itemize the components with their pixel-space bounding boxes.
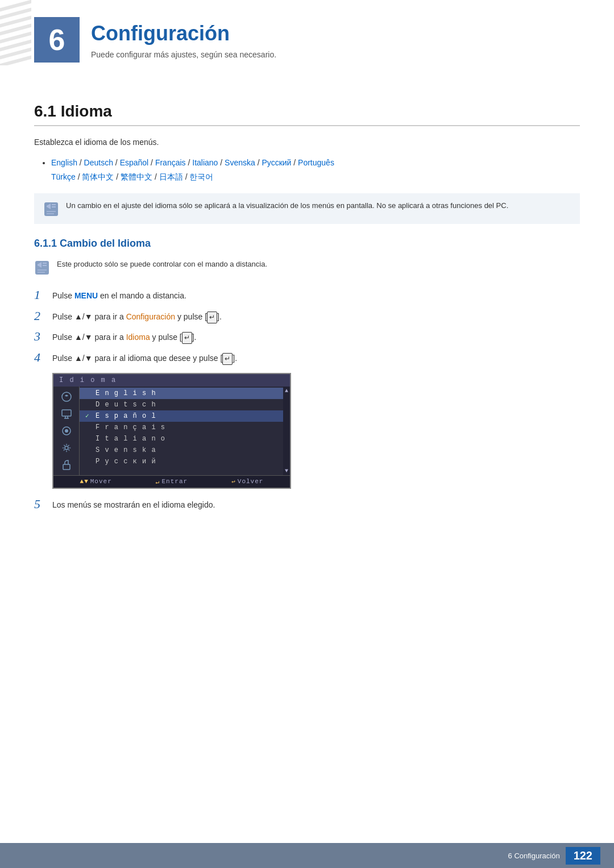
osd-footer-back: ↩ Volver	[231, 478, 263, 485]
osd-item-espanol: ✓ E s p a ñ o l	[80, 410, 283, 422]
svg-point-25	[65, 446, 68, 450]
scroll-up-arrow: ▲	[285, 388, 288, 394]
section-intro: Establezca el idioma de los menús.	[34, 138, 580, 147]
osd-check-svenska	[85, 447, 92, 454]
osd-item-russian: Р у с с к и й	[80, 456, 283, 467]
chapter-number: 6	[34, 17, 80, 63]
step-3: 3 Pulse ▲/▼ para ir a Idioma y pulse [↵]…	[34, 329, 580, 344]
osd-language-list: E n g l i s h D e u t s c h ✓ E s p a ñ …	[80, 387, 283, 475]
osd-icon-column	[53, 387, 80, 475]
osd-check-espanol: ✓	[85, 412, 92, 420]
lang-english: English	[51, 158, 77, 167]
osd-label-english: E n g l i s h	[96, 389, 156, 397]
move-symbol: ▲▼	[80, 478, 89, 485]
step-number-3: 3	[34, 329, 45, 344]
osd-menu-body: E n g l i s h D e u t s c h ✓ E s p a ñ …	[53, 387, 290, 475]
back-symbol: ↩	[231, 478, 236, 485]
lang-turkce: Türkçe	[51, 172, 76, 181]
osd-label-svenska: S v e n s k a	[96, 446, 156, 454]
osd-footer: ▲▼ Mover ↵ Entrar ↩ Volver	[53, 475, 290, 488]
move-label: Mover	[90, 478, 112, 485]
note-text-1: Un cambio en el ajuste del idioma sólo s…	[66, 200, 508, 212]
lang-korean: 한국어	[189, 172, 213, 181]
osd-icon-4	[57, 440, 76, 456]
step-number-5: 5	[34, 497, 45, 512]
lang-portugues: Português	[298, 158, 334, 167]
lang-traditional-chinese: 繁體中文	[121, 172, 152, 181]
enter-symbol-2: ↵	[182, 332, 192, 344]
scroll-down-arrow: ▼	[285, 468, 288, 474]
lang-russian: Русский	[262, 158, 291, 167]
page-footer: 6 Configuración 122	[0, 843, 614, 868]
osd-check-francais	[85, 424, 92, 431]
chapter-subtitle: Puede configurar más ajustes, según sea …	[91, 50, 276, 59]
osd-label-russian: Р у с с к и й	[96, 458, 156, 466]
footer-chapter-text: 6 Configuración	[508, 852, 560, 860]
language-list: English / Deutsch / Español / Français /…	[51, 156, 580, 184]
osd-item-italiano: I t a l i a n o	[80, 433, 283, 445]
main-content: 6.1 Idioma Establezca el idioma de los m…	[0, 74, 614, 563]
lang-simplified-chinese: 简体中文	[82, 172, 114, 181]
lang-svenska: Svenska	[225, 158, 255, 167]
menu-keyword: MENU	[74, 291, 98, 300]
osd-footer-move: ▲▼ Mover	[80, 478, 112, 485]
lang-francais: Français	[155, 158, 186, 167]
osd-item-deutsch: D e u t s c h	[80, 399, 283, 410]
enter-label: Entrar	[161, 478, 188, 485]
note-icon-2	[34, 260, 50, 277]
step-5: 5 Los menús se mostrarán en el idioma el…	[34, 497, 580, 512]
subsection-6-1-1-heading: 6.1.1 Cambio del Idioma	[34, 238, 580, 250]
chapter-title-area: Configuración Puede configurar más ajust…	[91, 17, 276, 59]
chapter-header: 6 Configuración Puede configurar más aju…	[0, 0, 614, 74]
osd-icon-5	[57, 457, 76, 473]
osd-icon-3	[57, 423, 76, 439]
step-4: 4 Pulse ▲/▼ para ir al idioma que desee …	[34, 350, 580, 365]
note-text-2: Este producto sólo se puede controlar co…	[57, 259, 267, 271]
step-number-2: 2	[34, 309, 45, 323]
step-1: 1 Pulse MENU en el mando a distancia.	[34, 288, 580, 302]
step-number-1: 1	[34, 288, 45, 302]
osd-label-espanol: E s p a ñ o l	[96, 412, 156, 420]
lang-japanese: 日本語	[159, 172, 183, 181]
configuracion-keyword: Configuración	[126, 312, 175, 321]
svg-point-24	[65, 429, 68, 433]
note-icon-1	[43, 201, 59, 217]
section-6-1-heading: 6.1 Idioma	[34, 102, 580, 126]
step-text-1: Pulse MENU en el mando a distancia.	[52, 288, 186, 302]
osd-item-english: E n g l i s h	[80, 388, 283, 399]
osd-menu: I d i o m a	[52, 373, 291, 489]
osd-check-deutsch	[85, 401, 92, 408]
osd-item-svenska: S v e n s k a	[80, 445, 283, 456]
step-2: 2 Pulse ▲/▼ para ir a Configuración y pu…	[34, 309, 580, 323]
osd-label-deutsch: D e u t s c h	[96, 401, 156, 409]
step-number-4: 4	[34, 350, 45, 365]
osd-check-italiano	[85, 435, 92, 442]
idioma-keyword: Idioma	[126, 333, 150, 342]
osd-check-russian	[85, 458, 92, 465]
osd-menu-header: I d i o m a	[53, 374, 290, 387]
back-label: Volver	[238, 478, 264, 485]
osd-icon-1	[57, 389, 76, 405]
svg-rect-19	[62, 410, 71, 416]
list-item: English / Deutsch / Español / Français /…	[51, 156, 580, 184]
note-box-2: Este producto sólo se puede controlar co…	[34, 259, 580, 277]
osd-scrollbar: ▲ ▼	[283, 387, 290, 475]
footer-page-number: 122	[566, 847, 600, 865]
enter-symbol-3: ↵	[222, 353, 233, 365]
lang-espanol: Español	[120, 158, 149, 167]
note-box-1: Un cambio en el ajuste del idioma sólo s…	[34, 193, 580, 224]
step-text-3: Pulse ▲/▼ para ir a Idioma y pulse [↵].	[52, 329, 197, 344]
osd-label-italiano: I t a l i a n o	[96, 435, 165, 443]
lang-italiano: Italiano	[192, 158, 218, 167]
lang-deutsch: Deutsch	[84, 158, 113, 167]
step-text-5: Los menús se mostrarán en el idioma eleg…	[52, 497, 215, 511]
step-text-4: Pulse ▲/▼ para ir al idioma que desee y …	[52, 350, 237, 365]
chapter-title: Configuración	[91, 22, 276, 45]
osd-label-francais: F r a n ç a i s	[96, 423, 165, 431]
osd-footer-enter: ↵ Entrar	[156, 478, 188, 485]
osd-icon-2	[57, 406, 76, 422]
svg-rect-26	[63, 464, 70, 470]
svg-point-18	[62, 392, 71, 401]
enter-symbol-1: ↵	[207, 312, 217, 323]
osd-item-francais: F r a n ç a i s	[80, 422, 283, 433]
